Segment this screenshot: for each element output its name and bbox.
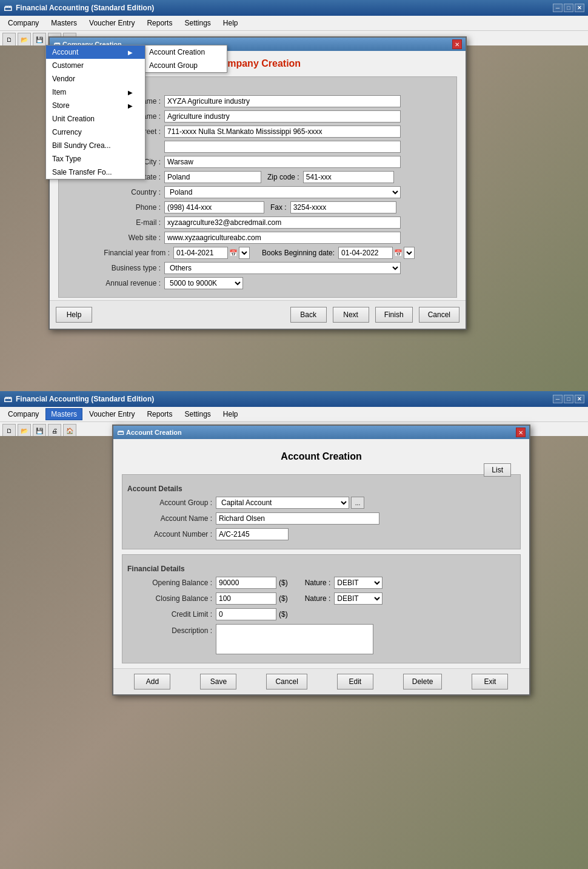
account-dialog-title-icon: 🗃 (117, 429, 124, 436)
delete-button[interactable]: Delete (403, 674, 443, 689)
zip-label: Zip code : (267, 173, 299, 181)
bottom-toolbar-open[interactable]: 📂 (18, 424, 31, 437)
opening-nature-select[interactable]: DEBIT CREDIT (334, 577, 383, 589)
account-cancel-button[interactable]: Cancel (266, 674, 307, 689)
email-input[interactable] (164, 216, 401, 229)
menu-item-vendor[interactable]: Vendor (46, 72, 145, 86)
business-type-select[interactable]: Others (164, 262, 401, 274)
closing-nature-label: Nature : (305, 594, 331, 603)
bottom-toolbar-save[interactable]: 💾 (33, 424, 46, 437)
books-begin-calendar-icon[interactable]: 📅 (394, 249, 403, 257)
toolbar-save[interactable]: 💾 (33, 33, 46, 46)
maximize-button[interactable]: □ (564, 4, 573, 12)
legal-name-input[interactable] (164, 110, 401, 122)
account-name-input[interactable] (216, 512, 379, 525)
exit-button[interactable]: Exit (472, 674, 508, 689)
street-input-2[interactable] (164, 141, 401, 153)
back-button[interactable]: Back (290, 307, 327, 323)
toolbar-new[interactable]: 🗋 (2, 33, 16, 46)
opening-balance-label: Opening Balance : (133, 579, 212, 587)
menu-item-account[interactable]: Account ▶ (46, 45, 145, 59)
books-begin-label: Books Beginning date: (262, 249, 335, 257)
bottom-menu-settings[interactable]: Settings (179, 408, 216, 420)
bottom-toolbar-print[interactable]: 🖨 (48, 424, 61, 437)
cancel-button[interactable]: Cancel (419, 307, 459, 323)
account-dialog-footer: Add Save Cancel Edit Delete Exit (113, 668, 529, 694)
closing-balance-label: Closing Balance : (133, 594, 212, 603)
closing-balance-input[interactable] (216, 592, 276, 605)
menu-masters[interactable]: Masters (45, 17, 82, 29)
bottom-toolbar-home[interactable]: 🏠 (63, 424, 76, 437)
credit-limit-label: Credit Limit : (133, 610, 212, 619)
bottom-close-button[interactable]: ✕ (575, 395, 584, 403)
country-select[interactable]: Poland (164, 186, 401, 198)
opening-balance-input[interactable] (216, 577, 276, 589)
bottom-minimize-button[interactable]: ─ (553, 395, 563, 403)
menu-item-store[interactable]: Store ▶ (46, 99, 145, 112)
annual-revenue-select[interactable]: 5000 to 9000K (164, 277, 243, 289)
account-dialog-close[interactable]: ✕ (516, 428, 526, 437)
menu-item-tax-type[interactable]: Tax Type (46, 152, 145, 166)
minimize-button[interactable]: ─ (553, 4, 563, 12)
next-button[interactable]: Next (333, 307, 369, 323)
bottom-menu-masters[interactable]: Masters (45, 408, 82, 420)
menu-item-currency[interactable]: Currency (46, 126, 145, 139)
books-begin-input[interactable] (338, 247, 393, 259)
add-button[interactable]: Add (134, 674, 170, 689)
bottom-menu-voucher[interactable]: Voucher Entry (84, 408, 140, 420)
company-name-input[interactable] (164, 95, 401, 107)
bottom-menu-company[interactable]: Company (2, 408, 44, 420)
close-button[interactable]: ✕ (575, 4, 584, 12)
menu-company[interactable]: Company (2, 17, 44, 29)
edit-button[interactable]: Edit (337, 674, 373, 689)
credit-limit-input[interactable] (216, 608, 276, 620)
account-submenu: Account Creation Account Group (142, 45, 227, 73)
menu-item-bill-sundry[interactable]: Bill Sundry Crea... (46, 139, 145, 152)
fin-year-input[interactable] (173, 247, 228, 259)
submenu-account-creation[interactable]: Account Creation (143, 45, 227, 59)
bottom-menu-help[interactable]: Help (218, 408, 244, 420)
finish-button[interactable]: Finish (375, 307, 413, 323)
submenu-account-group[interactable]: Account Group (143, 59, 227, 72)
help-button[interactable]: Help (56, 307, 92, 323)
closing-nature-select[interactable]: DEBIT CREDIT (334, 592, 383, 605)
fin-year-select[interactable] (239, 247, 250, 259)
bottom-toolbar-new[interactable]: 🗋 (2, 424, 16, 437)
bottom-menubar: Company Masters Voucher Entry Reports Se… (0, 407, 588, 422)
menu-help[interactable]: Help (218, 17, 244, 29)
fin-year-calendar-icon[interactable]: 📅 (229, 249, 238, 257)
city-input[interactable] (164, 156, 401, 168)
business-type-label: Business type : (76, 264, 161, 272)
zip-input[interactable] (303, 171, 394, 183)
account-group-browse-button[interactable]: ... (351, 497, 364, 509)
books-begin-select[interactable] (404, 247, 415, 259)
bottom-maximize-button[interactable]: □ (564, 395, 573, 403)
bottom-menu-reports[interactable]: Reports (141, 408, 178, 420)
closing-dollar-sign: ($) (279, 594, 288, 603)
menu-item-item[interactable]: Item ▶ (46, 86, 145, 99)
list-button[interactable]: List (484, 463, 511, 477)
bottom-app-titlebar: 🗃 Financial Accounting (Standard Edition… (0, 391, 588, 407)
toolbar-open[interactable]: 📂 (18, 33, 31, 46)
menu-item-sale-transfer[interactable]: Sale Transfer Fo... (46, 166, 145, 179)
menu-settings[interactable]: Settings (179, 17, 216, 29)
menu-item-unit-creation[interactable]: Unit Creation (46, 112, 145, 126)
menu-voucher-entry[interactable]: Voucher Entry (84, 17, 140, 29)
company-dialog-close[interactable]: ✕ (452, 39, 462, 49)
top-menubar: Company Masters Voucher Entry Reports Se… (0, 16, 588, 31)
street-input[interactable] (164, 126, 401, 138)
menu-item-customer[interactable]: Customer (46, 59, 145, 72)
state-input[interactable] (164, 171, 261, 183)
account-creation-heading: Account Creation (113, 444, 529, 467)
website-input[interactable] (164, 232, 401, 244)
website-label: Web site : (76, 233, 161, 242)
country-label: Country : (76, 188, 161, 196)
menu-reports[interactable]: Reports (141, 17, 178, 29)
fax-input[interactable] (290, 201, 396, 213)
account-number-input[interactable] (216, 528, 289, 540)
company-dialog-footer: Help Back Next Finish Cancel (50, 300, 466, 329)
account-group-select[interactable]: Capital Account (216, 497, 349, 509)
description-textarea[interactable] (216, 624, 373, 654)
phone-input[interactable] (164, 201, 264, 213)
save-button[interactable]: Save (200, 674, 236, 689)
